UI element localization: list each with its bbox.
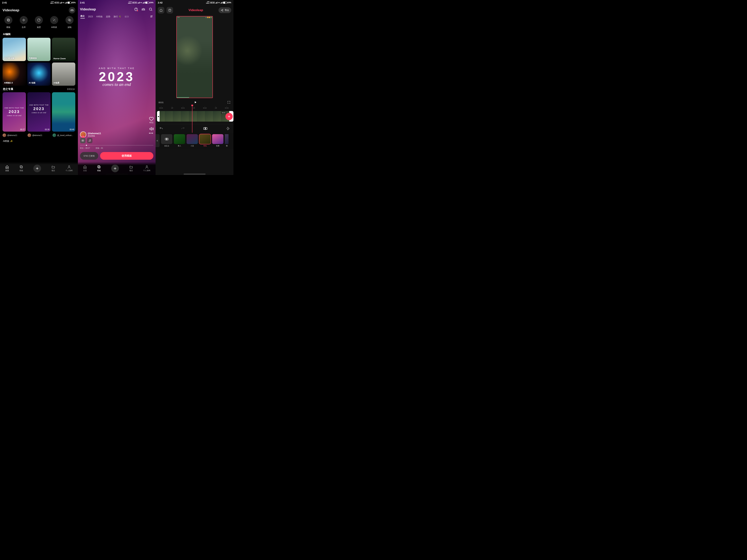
see-more-link[interactable]: 查看更多 — [67, 88, 75, 90]
ai-edit-grid: 2023年全貌 无限缩放 Horror Zoom AI特效2.0 AI 动画 A… — [0, 38, 78, 86]
help-button[interactable] — [166, 7, 173, 14]
like-button[interactable]: 4711 — [149, 116, 154, 124]
status-time: 2:41 — [2, 1, 7, 4]
author-2[interactable]: @tahoma11 — [28, 133, 50, 137]
card-horror-zoom[interactable]: Horror Zoom — [52, 38, 75, 61]
more-button[interactable]: ••• — [149, 131, 153, 135]
tool-filter[interactable]: 滤镜 — [63, 16, 76, 29]
tab-settings-button[interactable] — [150, 15, 153, 19]
svg-rect-7 — [20, 166, 22, 168]
sound-button[interactable] — [149, 127, 154, 131]
video-preview[interactable]: 9.395G 📶 📶 🔋 — [176, 16, 213, 98]
plus-icon — [227, 115, 231, 118]
tab-trend[interactable]: 趋势 — [106, 15, 110, 18]
fullscreen-button[interactable] — [227, 101, 231, 104]
copied-count-button[interactable]: 6792 已复制 — [80, 152, 98, 160]
fx-skull[interactable]: 骷髅 — [212, 134, 224, 147]
keyframe-button[interactable] — [226, 127, 230, 131]
video-overlay-text: AND WITH THAT THE 2023 comes to an end — [99, 67, 135, 87]
music-mode-button[interactable] — [87, 138, 93, 143]
card-ai-fx-2[interactable]: AI特效2.0 — [3, 62, 26, 86]
card-2023-look[interactable]: 2023年全貌 — [3, 38, 26, 61]
copy-icon — [6, 18, 10, 22]
fx-orc[interactable]: 兽人 — [174, 134, 185, 147]
fx-joker[interactable]: 小丑 — [186, 134, 198, 147]
edit-toolbar — [156, 124, 233, 133]
clip-handle-left[interactable]: ◀ — [157, 111, 160, 122]
progress-handle[interactable] — [86, 145, 87, 146]
for-you-card-1[interactable]: AND WITH THAT THE 2023 comes to an end 0… — [3, 92, 26, 132]
for-you-card-3[interactable]: 00:49 — [52, 92, 75, 132]
speaker-icon — [149, 127, 154, 131]
nav-templates[interactable]: 模板 — [19, 165, 23, 172]
tool-speed[interactable]: 速度 — [32, 16, 46, 29]
add-clip-button[interactable] — [225, 113, 233, 120]
for-you-card-2[interactable]: AND WITH THAT THE 2023 comes to an end 0… — [27, 92, 51, 132]
split-button[interactable] — [203, 126, 208, 132]
fx-wasteland[interactable]: 荒地 — [199, 134, 211, 147]
for-you-title: 您之专属 — [3, 87, 13, 91]
feed-author[interactable]: @tahoma11 原始模板 — [80, 131, 101, 138]
tab-fitness[interactable]: 健身 — [125, 15, 129, 18]
card-ai-scene[interactable]: AI场景 — [52, 62, 75, 86]
use-template-button[interactable]: 使用模板 — [100, 152, 154, 160]
nav-projects[interactable]: 项目 — [129, 165, 133, 172]
drawer-collapse-button[interactable] — [156, 134, 160, 147]
undo-button[interactable] — [159, 127, 163, 131]
tool-ai-fx[interactable]: AI特效 — [47, 16, 61, 29]
preview-progress — [177, 97, 189, 98]
status-time: 2:41 — [80, 1, 85, 4]
author-avatar[interactable] — [80, 131, 86, 138]
search-button[interactable] — [148, 6, 153, 12]
tab-for-you[interactable]: 您之 — [80, 15, 85, 19]
author-3[interactable]: @_travel_enthusi... — [53, 133, 75, 137]
fx-custom[interactable]: 自定义 — [161, 134, 172, 147]
video-icon — [81, 139, 84, 142]
nav-projects[interactable]: 项目 — [51, 165, 55, 172]
redo-button[interactable] — [181, 127, 185, 131]
help-button[interactable] — [133, 6, 139, 12]
home-button[interactable] — [158, 7, 164, 14]
nav-templates[interactable]: 模板 — [97, 165, 101, 172]
nav-profile[interactable]: 个人资料 — [66, 165, 73, 172]
sliders-icon — [150, 15, 153, 18]
editor-title: Videoleap — [175, 8, 216, 12]
video-mode-button[interactable] — [80, 138, 85, 143]
tool-merge[interactable]: 合并 — [17, 16, 30, 29]
author-handle: @tahoma11 — [88, 132, 101, 135]
nav-home[interactable]: 主页 — [83, 165, 87, 172]
tab-2023[interactable]: 2023 — [88, 15, 93, 18]
play-button[interactable] — [194, 101, 197, 104]
progress-bar[interactable] — [80, 145, 154, 145]
tool-templates[interactable]: 模板 — [2, 16, 15, 29]
svg-point-19 — [146, 166, 148, 167]
nav-home[interactable]: 主页 — [5, 165, 9, 172]
nav-profile[interactable]: 个人资料 — [143, 165, 151, 172]
nav-create[interactable] — [111, 165, 119, 172]
svg-point-8 — [69, 166, 70, 167]
current-time: 00:01 — [158, 101, 163, 104]
crown-button[interactable] — [69, 7, 75, 14]
template-feed-screen: 2:41 3.14MB/s HD 5G 5G 54% Videoleap 您之 … — [78, 0, 156, 175]
tab-ai-fx[interactable]: AI特效 — [96, 15, 103, 18]
help-icon — [134, 7, 138, 11]
avatar — [28, 133, 31, 137]
card-ai-anime[interactable]: AI 动画 — [27, 62, 51, 86]
author-1[interactable]: @tahoma11 — [3, 133, 25, 137]
time-ruler[interactable]: 00:00 15f 00:01 15f 00:02 15f 00:03 — [156, 105, 233, 110]
playhead[interactable] — [192, 105, 192, 133]
svg-point-16 — [90, 141, 91, 141]
fx-extra[interactable]: 领 — [225, 134, 229, 147]
export-button[interactable]: 导出 — [218, 7, 231, 13]
app-header: Videoleap — [78, 5, 156, 14]
nav-create[interactable] — [33, 165, 41, 172]
crown-button[interactable] — [140, 6, 146, 12]
home-indicator — [184, 174, 206, 175]
card-infinite-zoom[interactable]: 无限缩放 — [27, 38, 51, 61]
status-bar: 2:41 3.14MB/s HD 5G 5G 54% — [78, 0, 156, 5]
svg-rect-28 — [167, 138, 168, 140]
category-tabs: 您之 2023 AI特效 趋势 旅行 🌴 健身 — [78, 14, 156, 20]
split-icon — [203, 126, 208, 131]
video-clip[interactable]: ◀ 00:03 — [157, 111, 233, 122]
tab-travel[interactable]: 旅行 🌴 — [113, 15, 121, 18]
